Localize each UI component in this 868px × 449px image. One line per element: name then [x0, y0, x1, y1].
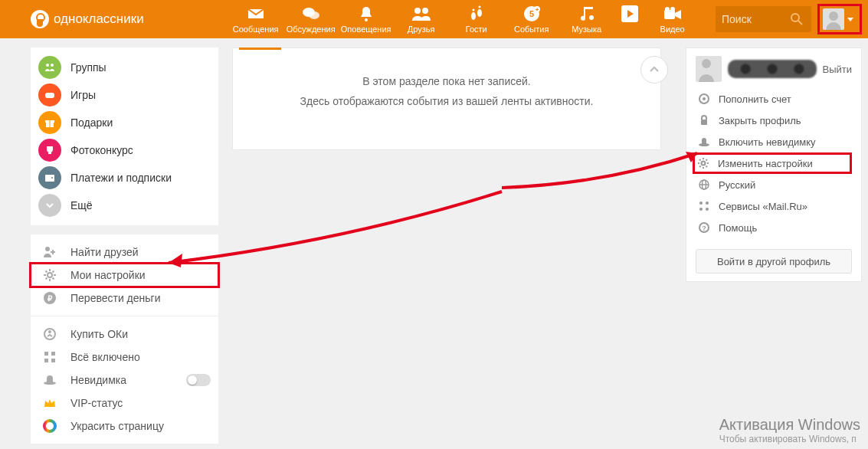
nav-play[interactable] — [614, 5, 645, 34]
ok-logo-icon — [31, 10, 49, 28]
menu-enable-invisible[interactable]: Включить невидимку — [696, 131, 852, 152]
empty-text-2: Здесь отображаются события из вашей лент… — [248, 91, 645, 111]
nav-label: События — [504, 25, 559, 34]
video-camera-icon — [645, 5, 700, 23]
invisible-toggle[interactable] — [186, 374, 211, 386]
username-obscured — [728, 60, 817, 78]
5plus-icon: 5+ — [504, 5, 559, 23]
sidebar-item-groups[interactable]: Группы — [31, 54, 218, 81]
svg-point-39 — [44, 421, 55, 431]
avatar-icon — [823, 8, 844, 30]
search-icon — [791, 13, 803, 25]
sidebar-label: Всё включено — [70, 351, 140, 363]
nav-guests[interactable]: Гости — [449, 5, 504, 34]
windows-activation-watermark: Активация Windows Чтобы активировать Win… — [719, 416, 860, 444]
lock-icon — [697, 113, 711, 127]
nav-label: Сообщения — [228, 25, 283, 34]
svg-point-51 — [706, 208, 709, 211]
chevron-down-icon — [847, 18, 853, 21]
menu-close-profile[interactable]: Закрыть профиль — [696, 110, 852, 131]
svg-point-28 — [45, 247, 50, 251]
sidebar-item-my-settings[interactable]: Мои настройки — [31, 264, 218, 287]
svg-point-13 — [589, 15, 594, 20]
sidebar-label: Ещё — [70, 199, 93, 211]
nav-label: Друзья — [394, 25, 449, 34]
nav-label: Видео — [645, 25, 700, 34]
menu-topup[interactable]: Пополнить счет — [696, 88, 852, 110]
profile-dropdown-toggle[interactable] — [817, 4, 862, 34]
login-other-profile-button[interactable]: Войти в другой профиль — [696, 249, 852, 274]
active-tab-indicator — [239, 48, 281, 50]
sidebar-item-invisible[interactable]: Невидимка — [31, 369, 218, 392]
sidebar-item-all-inclusive[interactable]: Всё включено — [31, 346, 218, 369]
svg-text:5: 5 — [529, 9, 534, 18]
svg-text:?: ? — [702, 224, 706, 232]
empty-text-1: В этом разделе пока нет записей. — [248, 71, 645, 91]
sidebar-item-find-friends[interactable]: Найти друзей — [31, 241, 218, 264]
scroll-top-button[interactable] — [640, 56, 668, 84]
menu-help[interactable]: ? Помощь — [696, 217, 852, 238]
bell-icon — [339, 5, 394, 23]
footprints-icon — [449, 5, 504, 23]
sidebar-label: Мои настройки — [70, 269, 146, 281]
wallet-icon — [38, 166, 61, 189]
nav-label: Гости — [449, 25, 504, 34]
svg-point-33 — [48, 330, 51, 333]
sidebar-label: Невидимка — [70, 374, 126, 386]
sidebar-item-transfer-money[interactable]: ₽ Перевести деньги — [31, 287, 218, 310]
svg-point-3 — [414, 8, 421, 14]
sidebar-item-photocontest[interactable]: Фотоконкурс — [31, 136, 218, 164]
svg-point-44 — [702, 162, 706, 166]
svg-rect-37 — [51, 359, 55, 362]
svg-point-16 — [665, 7, 670, 11]
sidebar-item-more[interactable]: Ещё — [31, 192, 218, 219]
menu-label: Закрыть профиль — [719, 115, 801, 126]
svg-point-21 — [51, 64, 54, 67]
svg-point-27 — [51, 177, 53, 179]
svg-point-29 — [47, 273, 52, 277]
menu-change-settings[interactable]: Изменить настройки — [693, 152, 852, 174]
hat-icon — [38, 369, 61, 392]
apps-icon — [697, 199, 711, 213]
menu-mailru-services[interactable]: Сервисы «Mail.Ru» — [696, 195, 852, 217]
nav-friends[interactable]: Друзья — [394, 5, 449, 34]
sidebar-label: Украсить страницу — [70, 420, 164, 432]
chevron-up-icon — [648, 64, 660, 76]
logout-link[interactable]: Выйти — [823, 64, 853, 75]
nav-messages[interactable]: Сообщения — [228, 5, 283, 34]
sidebar-item-games[interactable]: Игры — [31, 81, 218, 109]
sidebar-label: Купить ОКи — [70, 328, 128, 340]
menu-label: Изменить настройки — [718, 158, 813, 169]
sidebar-item-payments[interactable]: Платежи и подписки — [31, 164, 218, 192]
sidebar-item-gifts[interactable]: Подарки — [31, 109, 218, 136]
grid-icon — [38, 346, 61, 369]
nav-label: Музыка — [559, 25, 614, 34]
profile-dropdown-panel: Выйти Пополнить счет Закрыть профиль Вкл… — [686, 48, 862, 444]
menu-label: Пополнить счет — [719, 93, 791, 105]
sidebar-label: Фотоконкурс — [70, 144, 133, 156]
brand-logo[interactable]: одноклассники — [31, 10, 144, 28]
svg-point-6 — [477, 9, 482, 17]
sidebar-label: Группы — [70, 61, 106, 74]
svg-point-2 — [365, 18, 368, 21]
sidebar-item-buy-ok[interactable]: Купить ОКи — [31, 323, 218, 346]
nav-music[interactable]: Музыка — [559, 5, 614, 34]
nav-video[interactable]: Видео — [645, 5, 700, 34]
search-box[interactable] — [716, 6, 811, 32]
sidebar-label: VIP-статус — [70, 397, 123, 409]
search-input[interactable] — [722, 13, 791, 25]
svg-point-49 — [706, 202, 709, 205]
top-header: одноклассники Сообщения Обсуждения Опове… — [0, 0, 868, 38]
gamepad-icon — [38, 84, 61, 107]
sidebar-item-vip[interactable]: VIP-статус — [31, 392, 218, 415]
brand-text: одноклассники — [54, 11, 144, 27]
nav-notifications[interactable]: Оповещения — [339, 5, 394, 34]
nav-discussions[interactable]: Обсуждения — [283, 5, 339, 34]
sidebar-item-decorate[interactable]: Украсить страницу — [31, 415, 218, 438]
nav-events[interactable]: 5+ События — [504, 5, 559, 34]
menu-language[interactable]: Русский — [696, 174, 852, 195]
svg-point-18 — [791, 14, 799, 21]
button-label: Войти в другой профиль — [717, 256, 830, 267]
people-icon — [394, 5, 449, 23]
svg-rect-35 — [51, 352, 55, 356]
